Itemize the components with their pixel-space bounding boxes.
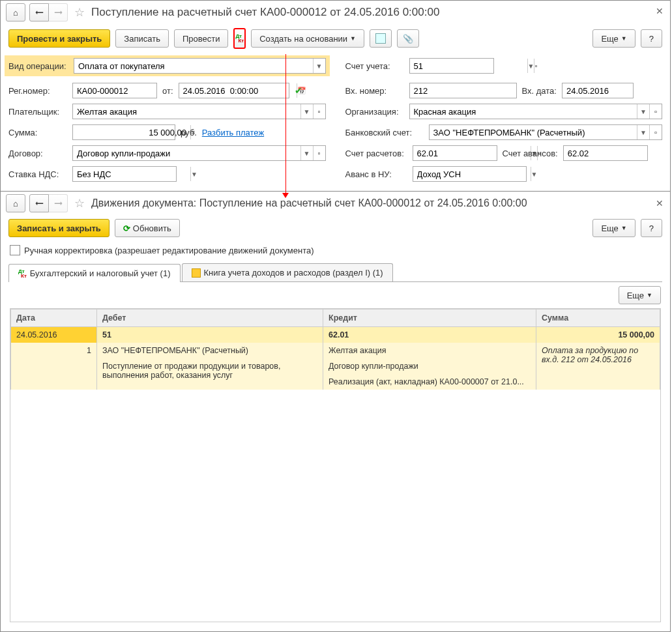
post-button[interactable]: Провести <box>174 29 229 48</box>
nu-field[interactable]: ▼ <box>413 166 527 182</box>
cell-credit-detail[interactable]: Желтая акация Договор купли-продажи Реал… <box>323 343 536 390</box>
inno-field[interactable] <box>409 83 517 98</box>
more-button[interactable]: Еще ▼ <box>592 29 635 48</box>
nu-label: Аванс в НУ: <box>345 169 407 179</box>
refresh-button[interactable]: Обновить <box>115 219 180 237</box>
post-and-close-button[interactable]: Провести и закрыть <box>8 29 110 48</box>
movements-table: Дата Дебет Кредит Сумма 24.05.2016 51 62… <box>10 309 660 390</box>
regno-field[interactable] <box>72 83 157 98</box>
from-label: от: <box>162 86 173 96</box>
favorite-icon[interactable]: ☆ <box>74 5 85 20</box>
op-type-label: Вид операции: <box>8 61 68 71</box>
help-button[interactable]: ? <box>641 219 662 237</box>
advance-field[interactable]: ▼▫ <box>563 145 648 161</box>
close-icon[interactable]: ✕ <box>656 198 664 208</box>
open-icon[interactable]: ▫ <box>534 59 537 73</box>
favorite-icon[interactable]: ☆ <box>74 196 85 210</box>
home-button[interactable]: ⌂ <box>6 3 25 22</box>
tab-book[interactable]: Книга учета доходов и расходов (раздел I… <box>182 263 393 281</box>
settle-field[interactable]: ▼▫ <box>413 145 497 161</box>
close-icon[interactable]: ✕ <box>656 6 664 16</box>
home-button[interactable]: ⌂ <box>6 194 25 212</box>
payer-label: Плательщик: <box>8 107 67 117</box>
sub-window-title: Движения документа: Поступление на расче… <box>91 197 527 209</box>
cell-credit[interactable]: 62.01 <box>323 327 536 343</box>
cell-sum[interactable]: 15 000,00 <box>536 327 660 343</box>
indate-label: Вх. дата: <box>522 86 557 96</box>
bank-label: Банковский счет: <box>345 128 424 137</box>
help-button[interactable]: ? <box>641 29 662 48</box>
more-button[interactable]: Еще ▼ <box>592 219 635 237</box>
advance-label: Счет авансов: <box>503 149 558 158</box>
currency-label: руб. <box>181 128 197 137</box>
org-label: Организация: <box>345 107 404 117</box>
account-field[interactable]: ▼▫ <box>409 58 494 74</box>
dtkt-icon: ДтКт <box>18 269 27 278</box>
vat-field[interactable]: ▼ <box>72 166 177 182</box>
sum-field[interactable]: ⌗ <box>72 124 175 140</box>
col-date: Дата <box>11 309 97 327</box>
book-icon <box>192 268 201 278</box>
settle-label: Счет расчетов: <box>345 149 407 158</box>
cell-date[interactable]: 24.05.2016 <box>11 327 97 343</box>
window-title: Поступление на расчетный счет КА00-00001… <box>91 6 439 19</box>
cell-desc[interactable]: Оплата за продукцию по вх.д. 212 от 24.0… <box>536 343 660 390</box>
manual-label: Ручная корректировка (разрешает редактир… <box>24 246 314 255</box>
inno-label: Вх. номер: <box>345 86 404 96</box>
cell-num[interactable]: 1 <box>11 343 97 390</box>
document-icon <box>375 33 386 44</box>
sum-label: Сумма: <box>8 128 67 137</box>
regno-label: Рег.номер: <box>8 86 67 96</box>
vat-label: Ставка НДС: <box>8 169 67 179</box>
account-label: Счет учета: <box>345 61 404 71</box>
forward-button: 🠖 <box>49 3 68 22</box>
org-field[interactable]: ▼▫ <box>409 104 663 119</box>
cell-debit-detail[interactable]: ЗАО "НЕФТЕПРОМБАНК" (Расчетный) Поступле… <box>97 343 323 390</box>
grid-more-button[interactable]: Еще ▼ <box>619 286 661 304</box>
tab-accounting[interactable]: ДтКт Бухгалтерский и налоговый учет (1) <box>8 264 181 282</box>
save-button[interactable]: Записать <box>115 29 169 48</box>
bank-field[interactable]: ▼▫ <box>429 124 663 140</box>
contract-label: Договор: <box>8 149 67 158</box>
manual-checkbox[interactable] <box>10 245 20 255</box>
op-type-field[interactable]: ▼ <box>74 58 326 74</box>
split-link[interactable]: Разбить платеж <box>202 128 264 137</box>
payer-field[interactable]: ▼▫ <box>72 104 326 119</box>
date-field[interactable]: 📅 <box>179 83 289 98</box>
dropdown-icon[interactable]: ▼ <box>313 59 325 73</box>
indate-field[interactable]: 📅 <box>562 83 634 98</box>
back-button[interactable]: 🠔 <box>29 194 49 212</box>
create-based-button[interactable]: Создать на основании ▼ <box>251 29 364 48</box>
dtkt-button[interactable]: ДтКт <box>233 28 246 49</box>
col-credit: Кредит <box>323 309 536 327</box>
doc-button[interactable] <box>370 29 392 48</box>
posted-icon[interactable]: ✔ <box>295 85 302 96</box>
attach-button[interactable]: 📎 <box>397 29 419 48</box>
col-debit: Дебет <box>97 309 323 327</box>
clip-icon: 📎 <box>403 34 413 44</box>
contract-field[interactable]: ▼▫ <box>72 145 326 161</box>
cell-debit[interactable]: 51 <box>97 327 323 343</box>
forward-button: 🠖 <box>49 194 68 212</box>
back-button[interactable]: 🠔 <box>29 3 49 22</box>
col-sum: Сумма <box>536 309 660 327</box>
save-and-close-button[interactable]: Записать и закрыть <box>8 219 110 237</box>
